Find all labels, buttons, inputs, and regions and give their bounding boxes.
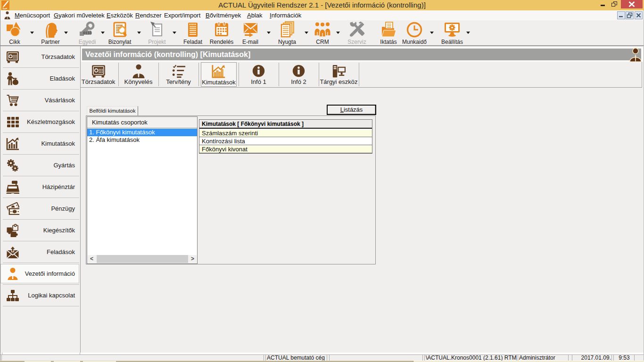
svg-text:0110: 0110 (83, 31, 92, 35)
